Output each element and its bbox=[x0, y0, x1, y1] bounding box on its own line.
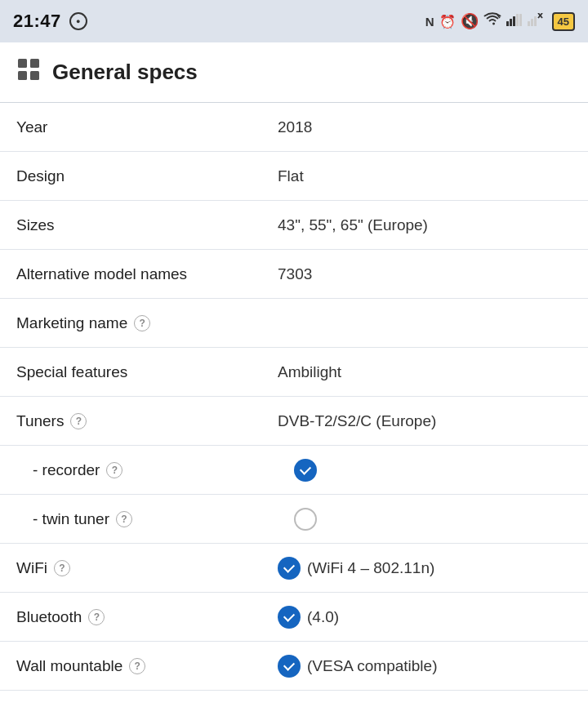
spec-row-twin-tuner: - twin tuner? bbox=[0, 495, 588, 544]
spec-label-wall-mountable: Wall mountable? bbox=[16, 657, 278, 675]
check-icon-wall-mountable bbox=[278, 655, 301, 678]
status-bar: 21:47 ● N ⏰ 🔇 bbox=[0, 0, 588, 42]
svg-rect-7 bbox=[531, 19, 533, 26]
svg-rect-11 bbox=[18, 59, 27, 68]
ring-icon: ● bbox=[69, 12, 87, 30]
status-icons: N ⏰ 🔇 bbox=[425, 12, 575, 31]
spec-row-wifi: WiFi?(WiFi 4 – 802.11n) bbox=[0, 544, 588, 593]
svg-rect-6 bbox=[528, 21, 530, 26]
spec-label-tuners: Tuners? bbox=[16, 412, 278, 430]
help-icon-twin-tuner[interactable]: ? bbox=[116, 511, 132, 527]
spec-value-alt-names: 7303 bbox=[278, 265, 572, 283]
check-icon-wifi bbox=[278, 557, 301, 580]
battery-icon: 45 bbox=[552, 12, 575, 31]
spec-label-bluetooth: Bluetooth? bbox=[16, 608, 278, 626]
help-icon-bluetooth[interactable]: ? bbox=[88, 609, 105, 625]
spec-row-special-features: Special featuresAmbilight bbox=[0, 348, 588, 397]
spec-value-special-features: Ambilight bbox=[278, 363, 572, 381]
spec-row-bluetooth: Bluetooth?(4.0) bbox=[0, 593, 588, 642]
svg-rect-13 bbox=[18, 71, 27, 80]
spec-row-sizes: Sizes43", 55", 65" (Europe) bbox=[0, 201, 588, 250]
spec-label-wifi: WiFi? bbox=[16, 559, 278, 577]
svg-rect-14 bbox=[30, 71, 39, 80]
spec-row-year: Year2018 bbox=[0, 103, 588, 152]
svg-rect-1 bbox=[506, 21, 509, 26]
spec-row-marketing-name: Marketing name? bbox=[0, 299, 588, 348]
spec-label-design: Design bbox=[16, 167, 278, 185]
signal-icon bbox=[506, 13, 523, 29]
spec-row-usb-ports: USB ports2 bbox=[0, 691, 588, 707]
spec-label-marketing-name: Marketing name? bbox=[16, 314, 278, 332]
spec-value-design: Flat bbox=[278, 167, 572, 185]
page-header: General specs bbox=[0, 42, 588, 103]
help-icon-wall-mountable[interactable]: ? bbox=[129, 658, 145, 674]
spec-row-design: DesignFlat bbox=[0, 152, 588, 201]
nfc-icon: N bbox=[425, 15, 434, 29]
status-time: 21:47 bbox=[13, 11, 61, 32]
spec-value-twin-tuner bbox=[294, 508, 572, 531]
svg-rect-4 bbox=[516, 14, 519, 26]
help-icon-marketing-name[interactable]: ? bbox=[134, 315, 150, 331]
spec-label-alt-names: Alternative model names bbox=[16, 265, 278, 283]
spec-row-recorder: - recorder? bbox=[0, 446, 588, 495]
check-icon-recorder bbox=[294, 459, 317, 482]
help-icon-recorder[interactable]: ? bbox=[106, 462, 122, 478]
signal2-icon bbox=[528, 13, 547, 29]
svg-rect-12 bbox=[30, 59, 39, 68]
spec-label-recorder: - recorder? bbox=[33, 461, 294, 479]
svg-rect-5 bbox=[519, 14, 522, 26]
svg-rect-3 bbox=[513, 16, 515, 26]
spec-value-year: 2018 bbox=[278, 118, 572, 136]
spec-label-year: Year bbox=[16, 118, 278, 136]
spec-row-wall-mountable: Wall mountable?(VESA compatible) bbox=[0, 642, 588, 691]
svg-rect-2 bbox=[510, 19, 512, 26]
check-icon-bluetooth bbox=[278, 606, 301, 629]
spec-label-special-features: Special features bbox=[16, 363, 278, 381]
mute-icon: 🔇 bbox=[461, 12, 479, 30]
spec-value-sizes: 43", 55", 65" (Europe) bbox=[278, 216, 572, 234]
spec-value-tuners: DVB-T2/S2/C (Europe) bbox=[278, 412, 572, 430]
spec-value-wall-mountable: (VESA compatible) bbox=[278, 655, 572, 678]
spec-value-recorder bbox=[294, 459, 572, 482]
empty-circle-twin-tuner bbox=[294, 508, 317, 531]
spec-row-tuners: Tuners?DVB-T2/S2/C (Europe) bbox=[0, 397, 588, 446]
wifi-status-icon bbox=[483, 12, 501, 30]
specs-icon bbox=[16, 57, 41, 87]
page-title: General specs bbox=[52, 60, 198, 85]
spec-label-sizes: Sizes bbox=[16, 216, 278, 234]
spec-row-alt-names: Alternative model names7303 bbox=[0, 250, 588, 299]
help-icon-tuners[interactable]: ? bbox=[70, 413, 87, 429]
alarm-icon: ⏰ bbox=[439, 14, 456, 29]
help-icon-wifi[interactable]: ? bbox=[54, 560, 70, 576]
spec-value-bluetooth: (4.0) bbox=[278, 606, 572, 629]
spec-value-wifi: (WiFi 4 – 802.11n) bbox=[278, 557, 572, 580]
svg-rect-8 bbox=[534, 16, 537, 26]
specs-table: Year2018DesignFlatSizes43", 55", 65" (Eu… bbox=[0, 103, 588, 707]
spec-label-twin-tuner: - twin tuner? bbox=[33, 510, 294, 528]
